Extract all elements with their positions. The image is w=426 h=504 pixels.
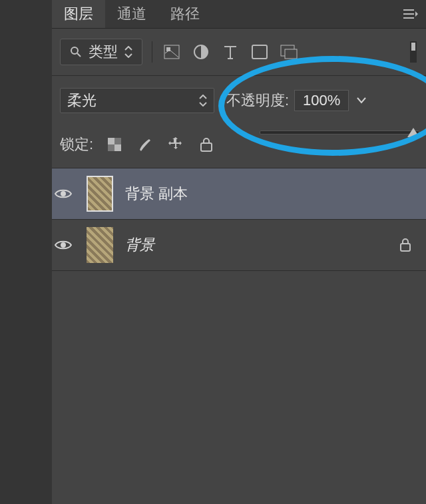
opacity-dropdown-icon[interactable] bbox=[354, 97, 366, 104]
filter-type-label: 类型 bbox=[89, 42, 118, 62]
filter-smartobject-icon[interactable] bbox=[279, 42, 299, 62]
opacity-slider[interactable] bbox=[260, 126, 419, 138]
blend-mode-dropdown[interactable]: 柔光 bbox=[60, 88, 214, 113]
svg-point-13 bbox=[61, 191, 66, 196]
filter-shape-icon[interactable] bbox=[250, 42, 270, 62]
svg-rect-6 bbox=[285, 49, 297, 59]
lock-position-move-icon[interactable] bbox=[166, 135, 185, 154]
svg-rect-4 bbox=[252, 45, 267, 59]
layer-name[interactable]: 背景 bbox=[118, 235, 394, 255]
filter-adjustment-icon[interactable] bbox=[191, 42, 211, 62]
svg-rect-8 bbox=[411, 43, 415, 51]
layer-thumbnail[interactable] bbox=[87, 227, 113, 263]
lock-label: 锁定: bbox=[60, 134, 93, 154]
svg-point-14 bbox=[61, 242, 66, 248]
visibility-eye-icon[interactable] bbox=[55, 188, 81, 200]
svg-rect-12 bbox=[201, 143, 212, 151]
layer-lock-indicator-icon bbox=[399, 238, 417, 252]
opacity-control: 不透明度: 100% bbox=[226, 90, 418, 111]
layer-thumbnail[interactable] bbox=[87, 176, 113, 212]
visibility-eye-icon[interactable] bbox=[55, 239, 81, 251]
chevron-updown-icon bbox=[199, 95, 207, 107]
filter-pixel-icon[interactable] bbox=[162, 42, 182, 62]
svg-rect-15 bbox=[401, 244, 410, 251]
layers-list: 背景 副本 背景 bbox=[52, 168, 426, 271]
lock-transparency-icon[interactable] bbox=[105, 135, 124, 154]
slider-track bbox=[260, 130, 419, 134]
layer-name[interactable]: 背景 副本 bbox=[118, 184, 394, 204]
svg-point-0 bbox=[71, 47, 78, 54]
lock-all-icon[interactable] bbox=[197, 135, 216, 154]
panel-menu-icon[interactable] bbox=[399, 0, 422, 28]
svg-rect-10 bbox=[108, 138, 114, 144]
slider-knob-icon[interactable] bbox=[407, 128, 419, 137]
layer-row[interactable]: 背景 bbox=[52, 220, 426, 271]
blend-opacity-row: 柔光 不透明度: 100% bbox=[52, 76, 426, 125]
layer-filter-row: 类型 bbox=[52, 29, 426, 76]
filter-text-icon[interactable] bbox=[220, 42, 240, 62]
chevron-updown-icon bbox=[124, 46, 132, 58]
search-icon bbox=[70, 46, 82, 58]
lock-row: 锁定: bbox=[52, 125, 426, 168]
tab-layers[interactable]: 图层 bbox=[52, 0, 105, 28]
lock-pixels-brush-icon[interactable] bbox=[136, 135, 154, 154]
blend-mode-label: 柔光 bbox=[67, 91, 97, 111]
opacity-label: 不透明度: bbox=[226, 91, 289, 111]
filter-toggle-icon[interactable] bbox=[409, 42, 418, 62]
panel-tabs: 图层 通道 路径 bbox=[52, 0, 426, 29]
svg-rect-11 bbox=[114, 144, 121, 151]
layer-row[interactable]: 背景 副本 bbox=[52, 168, 426, 220]
filter-type-dropdown[interactable]: 类型 bbox=[60, 39, 142, 65]
opacity-value-input[interactable]: 100% bbox=[294, 90, 349, 111]
tab-channels[interactable]: 通道 bbox=[105, 0, 158, 28]
tab-paths[interactable]: 路径 bbox=[158, 0, 212, 28]
